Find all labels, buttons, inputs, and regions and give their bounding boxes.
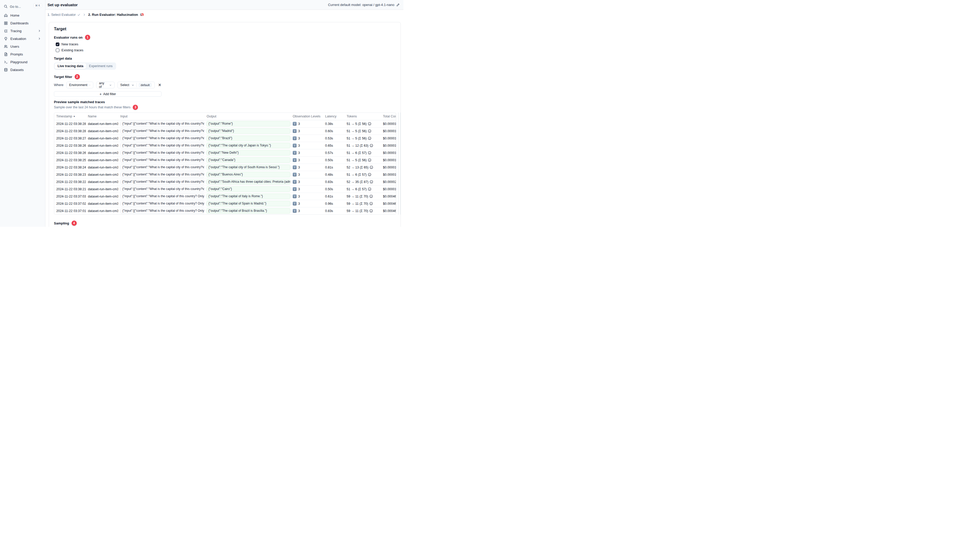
input-cell[interactable]: {"input":[{"content":"What is the capita…	[120, 172, 204, 177]
total-cost-cell: $0.000011	[383, 129, 396, 133]
col-tokens[interactable]: Tokens	[345, 113, 381, 120]
observation-level-info-icon: i	[293, 144, 297, 148]
database-icon	[4, 68, 8, 72]
output-cell[interactable]: {"output":"Buenos Aires"}	[206, 172, 290, 177]
output-cell[interactable]: {"output":"Cairo"}	[206, 186, 290, 192]
input-cell[interactable]: {"input":[{"content":"What is the capita…	[120, 121, 204, 127]
table-row[interactable]: 2024-11-22 03:38:28 dataset-run-item-cm3…	[54, 120, 396, 127]
table-row[interactable]: 2024-11-22 03:38:25 dataset-run-item-cm3…	[54, 157, 396, 164]
target-card: Target Evaluator runs on 1 New traces Ex…	[49, 22, 401, 227]
info-circle-icon[interactable]	[369, 202, 373, 205]
table-row[interactable]: 2024-11-22 03:37:02 dataset-run-item-cm3…	[54, 200, 396, 207]
input-cell[interactable]: {"input":[{"content":"What is the capita…	[120, 150, 204, 156]
chevron-down-icon	[132, 84, 134, 87]
output-cell[interactable]: {"output":"The capital of Brazil is Bras…	[206, 208, 290, 214]
filter-column-select[interactable]: Environment	[66, 82, 93, 88]
table-scrollbar[interactable]	[398, 113, 401, 214]
info-circle-icon[interactable]	[369, 209, 373, 213]
step-select-evaluator[interactable]: 1. Select Evaluator	[48, 13, 80, 17]
sidebar-item-home[interactable]: Home	[0, 11, 45, 19]
traces-table: Timestamp▼ Name Input Output Observation…	[54, 113, 396, 214]
table-row[interactable]: 2024-11-22 03:38:26 dataset-run-item-cm3…	[54, 149, 396, 157]
info-circle-icon[interactable]	[368, 151, 371, 154]
output-cell[interactable]: {"output":"Canada"}	[206, 157, 290, 163]
output-cell[interactable]: {"output":"South Africa has three capita…	[206, 179, 290, 184]
output-cell[interactable]: {"output":"The capital city of Japan is …	[206, 143, 290, 148]
target-data-label: Target data	[54, 57, 72, 60]
checkbox-existing-traces[interactable]: Existing traces	[54, 48, 401, 52]
input-cell[interactable]: {"input":[{"content":"What is the capita…	[120, 179, 204, 184]
input-cell[interactable]: {"input":[{"content":"What is the capita…	[120, 208, 204, 214]
input-cell[interactable]: {"input":[{"content":"What is the capita…	[120, 157, 204, 163]
table-row[interactable]: 2024-11-22 03:37:01 dataset-run-item-cm3…	[54, 207, 396, 214]
screen: Go to... ⌘ K Home Dashboards Tracing Eva…	[0, 0, 403, 227]
table-row[interactable]: 2024-11-22 03:38:24 dataset-run-item-cm3…	[54, 164, 396, 171]
info-circle-icon[interactable]	[370, 144, 373, 147]
observation-level-count: 3	[298, 209, 300, 213]
filter-value-select[interactable]: Select default	[118, 82, 155, 88]
observation-level-info-icon: i	[293, 187, 297, 191]
table-row[interactable]: 2024-11-22 03:38:28 dataset-run-item-cm3…	[54, 127, 396, 135]
sidebar-item-playground[interactable]: Playground	[0, 58, 45, 66]
info-circle-icon[interactable]	[368, 137, 371, 140]
info-circle-icon[interactable]	[369, 195, 373, 198]
add-filter-button[interactable]: + Add filter	[54, 91, 162, 97]
checkbox-new-traces[interactable]: New traces	[54, 42, 401, 46]
input-cell[interactable]: {"input":[{"content":"What is the capita…	[120, 165, 204, 170]
input-cell[interactable]: {"input":[{"content":"What is the capita…	[120, 201, 204, 206]
target-heading: Target	[54, 27, 401, 31]
input-cell[interactable]: {"input":[{"content":"What is the capita…	[120, 128, 204, 134]
output-cell[interactable]: {"output":"The capital of Spain is Madri…	[206, 201, 290, 206]
tab-live-tracing-data[interactable]: Live tracing data	[55, 63, 86, 69]
timestamp-cell: 2024-11-22 03:37:01	[54, 207, 86, 214]
latency-cell: 0.83s	[323, 207, 345, 214]
sidebar-item-prompts[interactable]: Prompts	[0, 50, 45, 58]
col-output[interactable]: Output	[205, 113, 291, 120]
table-row[interactable]: 2024-11-22 03:38:22 dataset-run-item-cm3…	[54, 178, 396, 186]
table-row[interactable]: 2024-11-22 03:38:26 dataset-run-item-cm3…	[54, 142, 396, 149]
info-circle-icon[interactable]	[368, 158, 371, 162]
table-row[interactable]: 2024-11-22 03:38:27 dataset-run-item-cm3…	[54, 135, 396, 142]
latency-cell: 0.57s	[323, 149, 345, 157]
col-timestamp[interactable]: Timestamp▼	[54, 113, 86, 120]
info-circle-icon[interactable]	[370, 180, 373, 184]
edit-pencil-icon[interactable]	[396, 3, 400, 7]
output-cell[interactable]: {"output":"The capital of Italy is Rome.…	[206, 194, 290, 199]
input-cell[interactable]: {"input":[{"content":"What is the capita…	[120, 194, 204, 199]
sidebar-item-evaluation[interactable]: Evaluation	[0, 35, 45, 43]
tab-experiment-runs[interactable]: Experiment runs	[86, 63, 115, 69]
output-cell[interactable]: {"output":"The capital city of South Kor…	[206, 165, 290, 170]
input-cell[interactable]: {"input":[{"content":"What is the capita…	[120, 186, 204, 192]
col-input[interactable]: Input	[118, 113, 205, 120]
info-circle-icon[interactable]	[368, 173, 371, 176]
sidebar-item-dashboards[interactable]: Dashboards	[0, 19, 45, 27]
output-cell[interactable]: {"output":"Rome"}	[206, 121, 290, 127]
info-circle-icon[interactable]	[368, 129, 371, 133]
remove-filter-button[interactable]: ✕	[158, 83, 162, 87]
latency-cell: 0.81s	[323, 164, 345, 171]
table-row[interactable]: 2024-11-22 03:37:03 dataset-run-item-cm3…	[54, 193, 396, 200]
filter-operator-select[interactable]: any of	[96, 82, 115, 88]
col-total-cost[interactable]: Total Cost	[381, 113, 396, 120]
col-latency[interactable]: Latency	[323, 113, 345, 120]
sidebar-item-tracing[interactable]: Tracing	[0, 27, 45, 35]
output-cell[interactable]: {"output":"New Delhi"}	[206, 150, 290, 156]
goto-search[interactable]: Go to... ⌘ K	[0, 3, 45, 10]
info-circle-icon[interactable]	[368, 122, 371, 125]
info-circle-icon[interactable]	[370, 166, 373, 169]
output-cell[interactable]: {"output":"Brazil"}	[206, 135, 290, 141]
sidebar-item-users[interactable]: Users	[0, 43, 45, 50]
traces-tbody: 2024-11-22 03:38:28 dataset-run-item-cm3…	[54, 120, 396, 214]
input-cell[interactable]: {"input":[{"content":"What is the capita…	[120, 135, 204, 141]
observation-level-count: 3	[298, 137, 300, 140]
info-circle-icon[interactable]	[368, 187, 371, 191]
sidebar-item-datasets[interactable]: Datasets	[0, 66, 45, 74]
table-row[interactable]: 2024-11-22 03:38:23 dataset-run-item-cm3…	[54, 171, 396, 178]
latency-cell: 0.60s	[323, 127, 345, 135]
total-cost-cell: $0.000011	[383, 151, 396, 155]
col-name[interactable]: Name	[86, 113, 118, 120]
output-cell[interactable]: {"output":"Madrid"}	[206, 128, 290, 134]
col-observation-levels[interactable]: Observation Levels	[291, 113, 323, 120]
input-cell[interactable]: {"input":[{"content":"What is the capita…	[120, 143, 204, 148]
table-row[interactable]: 2024-11-22 03:38:21 dataset-run-item-cm3…	[54, 186, 396, 193]
